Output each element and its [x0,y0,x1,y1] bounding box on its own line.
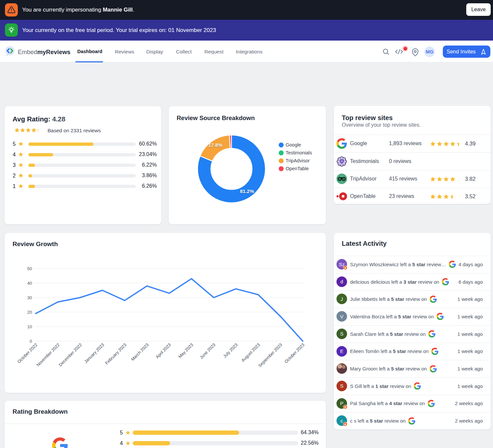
svg-text:August 2023: August 2023 [240,342,261,363]
svg-text:30: 30 [27,295,32,300]
svg-text:10: 10 [27,324,32,329]
svg-text:April 2023: April 2023 [155,342,172,360]
svg-text:September 2023: September 2023 [257,342,283,368]
svg-text:50: 50 [27,266,32,271]
svg-text:March 2023: March 2023 [130,342,150,362]
svg-text:October 2023: October 2023 [284,342,305,364]
svg-text:May 2023: May 2023 [177,342,194,359]
svg-text:October 2022: October 2022 [17,342,38,364]
svg-text:January 2023: January 2023 [83,342,105,364]
svg-text:December 2022: December 2022 [58,342,83,368]
svg-text:40: 40 [27,281,32,286]
svg-text:June 2023: June 2023 [199,342,217,360]
svg-text:July 2023: July 2023 [222,342,239,359]
svg-text:20: 20 [27,310,32,315]
svg-text:0: 0 [30,339,32,344]
svg-text:November 2022: November 2022 [36,342,61,368]
svg-text:February 2023: February 2023 [104,342,127,366]
